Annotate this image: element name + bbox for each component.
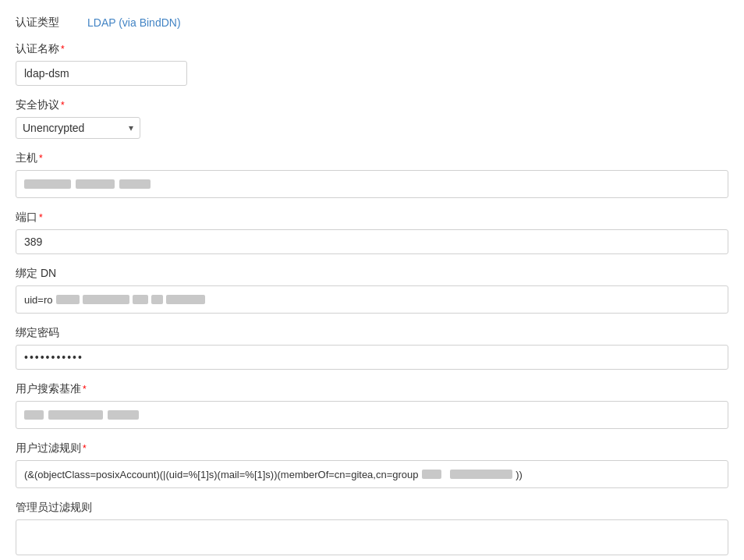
bind-dn-blurred-3 — [133, 295, 148, 304]
port-row: 端口* — [16, 211, 728, 254]
bind-password-input[interactable] — [16, 345, 728, 370]
security-protocol-value: Unencrypted — [23, 122, 122, 134]
host-blurred-1 — [24, 179, 71, 189]
bind-dn-blurred-1 — [56, 295, 80, 304]
form-section: 认证类型 LDAP (via BindDN) 认证名称* 安全协议* Unenc… — [0, 8, 744, 560]
filter-blurred-1 — [422, 470, 441, 479]
user-search-base-input[interactable] — [16, 401, 728, 429]
security-protocol-row: 安全协议* Unencrypted ▾ — [16, 98, 728, 139]
user-search-base-row: 用户搜索基准* — [16, 382, 728, 429]
user-filter-label: 用户过滤规则* — [16, 441, 728, 455]
bind-dn-prefix: uid=ro — [24, 294, 53, 306]
user-filter-row: 用户过滤规则* (&(objectClass=posixAccount)(|(u… — [16, 441, 728, 488]
admin-filter-row: 管理员过滤规则 — [16, 501, 728, 558]
host-label: 主机* — [16, 151, 728, 165]
auth-name-label: 认证名称* — [16, 42, 728, 56]
chevron-down-icon: ▾ — [129, 122, 133, 133]
admin-filter-input[interactable] — [16, 519, 728, 555]
auth-type-label: 认证类型 — [16, 16, 78, 30]
user-filter-prefix: (&(objectClass=posixAccount)(|(uid=%[1]s… — [24, 469, 419, 480]
auth-name-row: 认证名称* — [16, 42, 728, 86]
bind-password-row: 绑定密码 — [16, 326, 728, 370]
bind-dn-blurred-5 — [166, 295, 205, 304]
bind-dn-blurred-4 — [151, 295, 163, 304]
bind-dn-input[interactable]: uid=ro — [16, 285, 728, 314]
auth-type-row: 认证类型 LDAP (via BindDN) — [16, 16, 728, 30]
host-input[interactable] — [16, 170, 728, 198]
port-input[interactable] — [16, 229, 728, 254]
host-row: 主机* — [16, 151, 728, 198]
page-container: 认证类型 LDAP (via BindDN) 认证名称* 安全协议* Unenc… — [0, 0, 744, 560]
auth-type-value: LDAP (via BindDN) — [87, 16, 181, 29]
filter-blurred-2 — [450, 470, 512, 479]
host-blurred-3 — [119, 179, 151, 189]
admin-filter-label: 管理员过滤规则 — [16, 501, 728, 515]
bind-dn-blurred-2 — [83, 295, 129, 304]
security-protocol-select[interactable]: Unencrypted ▾ — [16, 117, 140, 139]
auth-name-input[interactable] — [16, 61, 187, 86]
filter-space — [445, 469, 448, 480]
search-base-blurred-3 — [108, 410, 139, 420]
search-base-blurred-2 — [48, 410, 103, 420]
port-label: 端口* — [16, 211, 728, 225]
user-filter-suffix: )) — [515, 469, 523, 480]
user-search-base-label: 用户搜索基准* — [16, 382, 728, 396]
user-filter-input[interactable]: (&(objectClass=posixAccount)(|(uid=%[1]s… — [16, 460, 728, 488]
bind-dn-row: 绑定 DN uid=ro — [16, 267, 728, 314]
host-blurred-2 — [76, 179, 115, 189]
search-base-blurred-1 — [24, 410, 44, 420]
bind-dn-label: 绑定 DN — [16, 267, 728, 281]
bind-password-label: 绑定密码 — [16, 326, 728, 340]
security-protocol-label: 安全协议* — [16, 98, 728, 112]
